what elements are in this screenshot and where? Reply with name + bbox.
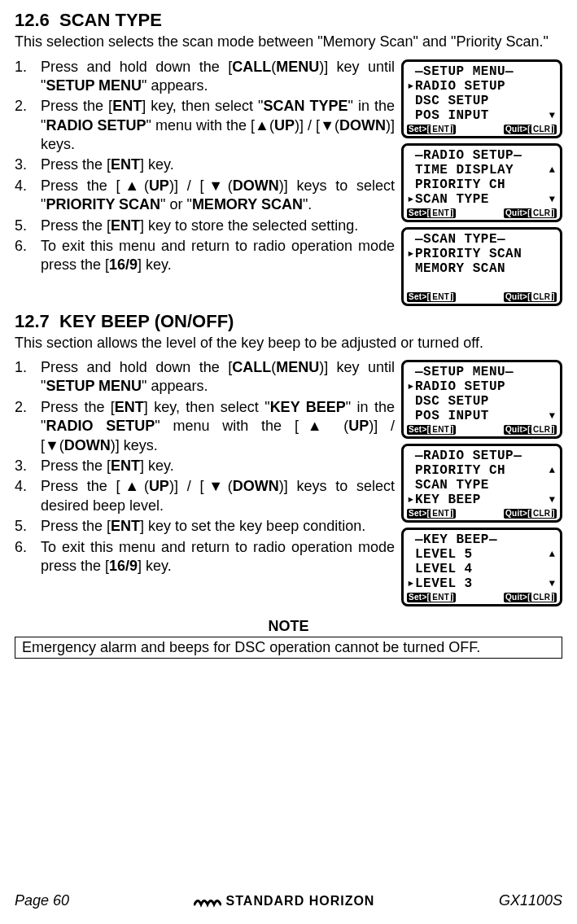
down-triangle-icon: ▼: [203, 177, 227, 194]
step-5: Press the [ENT] key to store the selecte…: [15, 217, 395, 235]
quit-clr-pill: Quit>[CLR]: [504, 125, 557, 134]
down-triangle-icon: ▼: [45, 437, 59, 453]
scroll-down-icon: ▼: [549, 579, 555, 589]
quit-clr-pill: Quit>[CLR]: [504, 292, 557, 302]
section-12-7-desc: This section allows the level of the key…: [15, 334, 562, 353]
section-number: 12.7: [15, 311, 50, 331]
cursor-icon: ▸: [407, 493, 415, 506]
scroll-down-icon: ▼: [549, 195, 555, 204]
up-triangle-icon: ▲: [255, 117, 269, 134]
down-triangle-icon: ▼: [203, 478, 227, 494]
wave-icon: [194, 895, 221, 908]
set-ent-pill: Set>[ENT]: [407, 208, 456, 218]
lcd-scan-type: —SCAN TYPE— ▸PRIORITY SCAN MEMORY SCAN S…: [401, 227, 562, 306]
set-ent-pill: Set>[ENT]: [407, 292, 456, 302]
step-4: Press the [▲(UP)] / [▼(DOWN)] keys to se…: [15, 477, 395, 515]
lcd-key-beep: —KEY BEEP— LEVEL 5▲ LEVEL 4 ▸LEVEL 3▼ Se…: [401, 528, 562, 607]
section-number: 12.6: [15, 10, 50, 30]
lcd-radio-setup: —RADIO SETUP— PRIORITY CH▲ SCAN TYPE ▸KE…: [401, 444, 562, 523]
quit-clr-pill: Quit>[CLR]: [504, 425, 557, 435]
quit-clr-pill: Quit>[CLR]: [504, 208, 557, 218]
set-ent-pill: Set>[ENT]: [407, 125, 456, 134]
quit-clr-pill: Quit>[CLR]: [504, 593, 557, 602]
step-3: Press the [ENT] key.: [15, 155, 395, 174]
scroll-up-icon: ▲: [549, 165, 555, 175]
model-number: GX1100S: [499, 892, 562, 909]
cursor-icon: ▸: [407, 193, 415, 206]
note-box: Emergency alarm and beeps for DSC operat…: [15, 637, 562, 659]
set-ent-pill: Set>[ENT]: [407, 425, 456, 435]
lcd-setup-menu: —SETUP MENU— ▸RADIO SETUP DSC SETUP POS …: [401, 360, 562, 439]
brand-logo: STANDARD HORIZON: [194, 894, 375, 909]
step-1: Press and hold down the [CALL(MENU)] key…: [15, 358, 395, 396]
scroll-down-icon: ▼: [549, 411, 555, 421]
step-2: Press the [ENT] key, then select "SCAN T…: [15, 97, 395, 154]
section-suffix: (ON/OFF): [155, 311, 234, 331]
quit-clr-pill: Quit>[CLR]: [504, 509, 557, 519]
scroll-up-icon: ▲: [549, 550, 555, 559]
down-triangle-icon: ▼: [320, 117, 334, 134]
cursor-icon: ▸: [407, 80, 415, 93]
section-name: SCAN TYPE: [59, 10, 162, 30]
lcd-title: —SETUP MENU—: [415, 65, 514, 78]
lcd-setup-menu: —SETUP MENU— ▸RADIO SETUP DSC SETUP POS …: [401, 59, 562, 138]
section-12-6-title: 12.6 SCAN TYPE: [15, 10, 562, 31]
set-ent-pill: Set>[ENT]: [407, 593, 456, 602]
page-footer: Page 60 STANDARD HORIZON GX1100S: [15, 892, 562, 909]
cursor-icon: ▸: [407, 247, 415, 261]
lcd-radio-setup: —RADIO SETUP— TIME DISPLAY▲ PRIORITY CH …: [401, 143, 562, 222]
step-2: Press the [ENT] key, then select "KEY BE…: [15, 398, 395, 455]
scroll-down-icon: ▼: [549, 495, 555, 505]
note-heading: NOTE: [15, 618, 562, 635]
section-12-6-desc: This selection selects the scan mode bet…: [15, 33, 562, 51]
step-3: Press the [ENT] key.: [15, 457, 395, 475]
step-6: To exit this menu and return to radio op…: [15, 538, 395, 576]
step-4: Press the [▲(UP)] / [▼(DOWN)] keys to se…: [15, 177, 395, 215]
steps-list-12-6: Press and hold down the [CALL(MENU)] key…: [15, 58, 395, 275]
scroll-down-icon: ▼: [549, 111, 555, 120]
up-triangle-icon: ▲: [120, 478, 144, 494]
step-5: Press the [ENT] key to set the key beep …: [15, 517, 395, 536]
brand-text: STANDARD HORIZON: [226, 894, 375, 909]
note-text: Emergency alarm and beeps for DSC operat…: [22, 639, 480, 655]
page-number: Page 60: [15, 892, 69, 909]
scroll-up-icon: ▲: [549, 466, 555, 475]
section-name: KEY BEEP: [59, 311, 149, 331]
up-triangle-icon: ▲: [299, 418, 330, 434]
section-12-7-title: 12.7 KEY BEEP (ON/OFF): [15, 311, 562, 332]
set-ent-pill: Set>[ENT]: [407, 509, 456, 519]
cursor-icon: ▸: [407, 380, 415, 393]
cursor-icon: ▸: [407, 577, 415, 590]
step-6: To exit this menu and return to radio op…: [15, 237, 395, 275]
up-triangle-icon: ▲: [120, 177, 144, 194]
steps-list-12-7: Press and hold down the [CALL(MENU)] key…: [15, 358, 395, 576]
step-1: Press and hold down the [CALL(MENU)] key…: [15, 58, 395, 96]
